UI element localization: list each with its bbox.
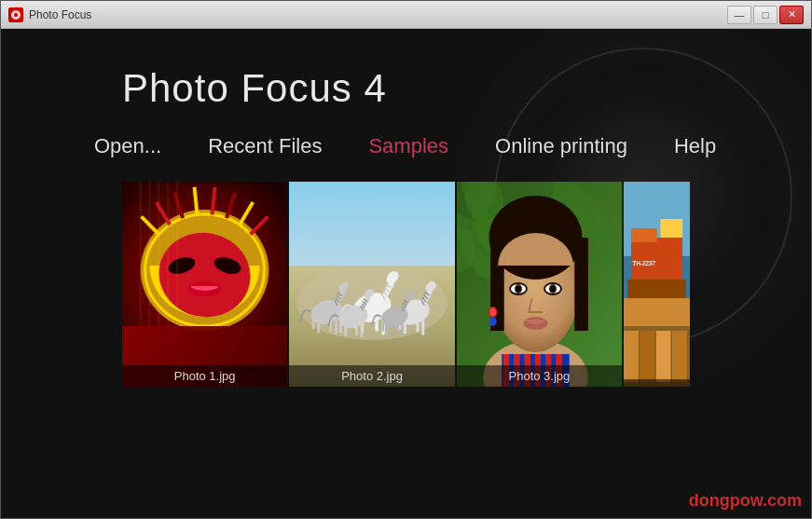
nav-open[interactable]: Open...: [94, 130, 185, 163]
photo-grid: Photo 1.jpg Photo 2.jpg Photo 3.jpg: [1, 182, 811, 518]
window-controls: — □ ✕: [727, 6, 804, 24]
window-title: Photo Focus: [29, 8, 727, 21]
main-window: Photo Focus — □ ✕ Photo Focus 4 Open... …: [0, 0, 812, 519]
main-content: Photo Focus 4 Open... Recent Files Sampl…: [1, 29, 811, 518]
nav-help[interactable]: Help: [651, 130, 739, 163]
minimize-button[interactable]: —: [727, 6, 751, 24]
svg-point-1: [14, 13, 18, 17]
photo-label-3: Photo 3.jpg: [457, 365, 622, 387]
photo-label-2: Photo 2.jpg: [289, 365, 454, 387]
photo-item-2[interactable]: Photo 2.jpg: [289, 182, 454, 387]
titlebar: Photo Focus — □ ✕: [1, 1, 811, 29]
app-icon: [8, 7, 23, 22]
nav-recent[interactable]: Recent Files: [185, 130, 345, 163]
photo-label-4: [624, 379, 690, 387]
nav-printing[interactable]: Online printing: [472, 130, 651, 163]
watermark: dongpow.com: [689, 491, 802, 511]
app-title: Photo Focus 4: [1, 29, 811, 111]
main-nav: Open... Recent Files Samples Online prin…: [1, 111, 811, 182]
close-button[interactable]: ✕: [779, 6, 804, 24]
nav-samples[interactable]: Samples: [345, 130, 472, 163]
photo-label-1: Photo 1.jpg: [122, 365, 287, 387]
photo-item-4[interactable]: [624, 182, 690, 387]
photo-item-3[interactable]: Photo 3.jpg: [457, 182, 622, 387]
maximize-button[interactable]: □: [753, 6, 778, 24]
photo-item-1[interactable]: Photo 1.jpg: [122, 182, 287, 387]
